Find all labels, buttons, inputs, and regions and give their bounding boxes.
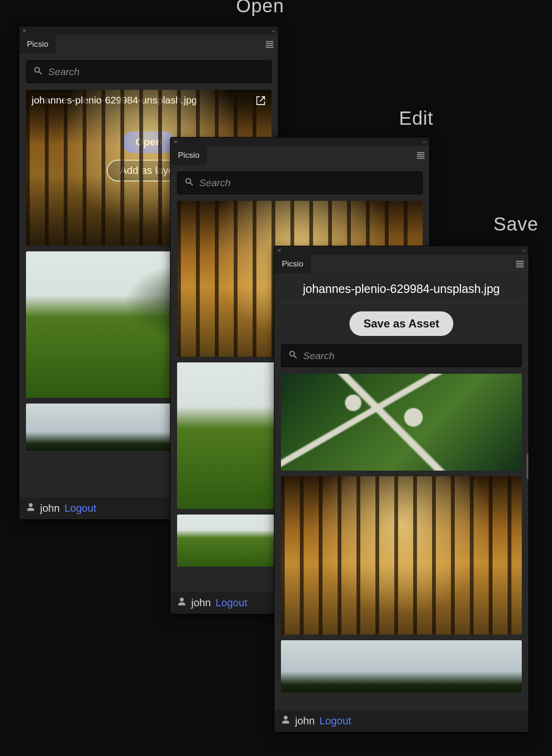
open-button[interactable]: Open	[122, 131, 175, 153]
username: john	[295, 715, 315, 727]
username: john	[40, 502, 60, 515]
heading-edit: Edit	[399, 108, 433, 129]
search-input[interactable]	[199, 177, 416, 189]
logout-link[interactable]: Logout	[65, 502, 96, 515]
tab-picsio[interactable]: Picsio	[170, 146, 207, 165]
panel-tabrow: Picsio	[19, 35, 278, 54]
search-box[interactable]	[177, 172, 423, 194]
panel-body: johannes-plenio-629984-unsplash.jpg Save…	[274, 274, 528, 710]
search-input[interactable]	[303, 350, 515, 361]
thumb-forest[interactable]	[281, 476, 522, 635]
search-box[interactable]	[26, 60, 272, 83]
hamburger-icon[interactable]	[516, 255, 524, 274]
collapse-icon[interactable]: ‹‹	[423, 139, 426, 145]
panel-topbar: ✕ ‹‹	[19, 26, 278, 35]
panel-footer: john Logout	[274, 710, 528, 732]
search-input[interactable]	[48, 66, 264, 77]
user-icon	[281, 715, 290, 727]
divider	[281, 302, 522, 303]
panel-save: ✕ ‹‹ Picsio johannes-plenio-629984-unspl…	[274, 246, 529, 732]
thumb-aerial[interactable]	[281, 374, 522, 471]
thumb-sky-partial[interactable]	[281, 640, 522, 692]
user-icon	[177, 597, 187, 609]
collapse-icon[interactable]: ‹‹	[272, 28, 275, 34]
close-icon[interactable]: ✕	[173, 139, 178, 145]
scrollbar-thumb[interactable]	[527, 453, 528, 480]
search-box[interactable]	[281, 344, 522, 367]
hamburger-icon[interactable]	[417, 146, 425, 165]
close-icon[interactable]: ✕	[22, 28, 26, 34]
heading-save: Save	[493, 214, 538, 235]
panel-topbar: ✕ ‹‹	[170, 137, 429, 146]
search-icon	[288, 350, 298, 362]
panel-tabrow: Picsio	[274, 255, 528, 274]
close-icon[interactable]: ✕	[277, 248, 281, 254]
logout-link[interactable]: Logout	[320, 715, 351, 727]
search-icon	[184, 177, 195, 189]
collapse-icon[interactable]: ‹‹	[522, 248, 526, 253]
tab-picsio[interactable]: Picsio	[274, 255, 311, 274]
username: john	[191, 597, 211, 609]
hamburger-icon[interactable]	[266, 35, 273, 54]
user-icon	[26, 502, 35, 515]
save-filename: johannes-plenio-629984-unsplash.jpg	[281, 280, 522, 298]
save-as-asset-button[interactable]: Save as Asset	[349, 311, 454, 336]
thumb-filename: johannes-plenio-629984-unsplash.jpg	[32, 94, 250, 106]
panel-tabrow: Picsio	[170, 146, 429, 165]
panel-topbar: ✕ ‹‹	[274, 246, 528, 255]
open-external-icon[interactable]	[255, 95, 266, 106]
search-icon	[33, 66, 43, 78]
tab-picsio[interactable]: Picsio	[19, 35, 56, 54]
heading-open: Open	[236, 0, 284, 17]
logout-link[interactable]: Logout	[216, 597, 247, 609]
